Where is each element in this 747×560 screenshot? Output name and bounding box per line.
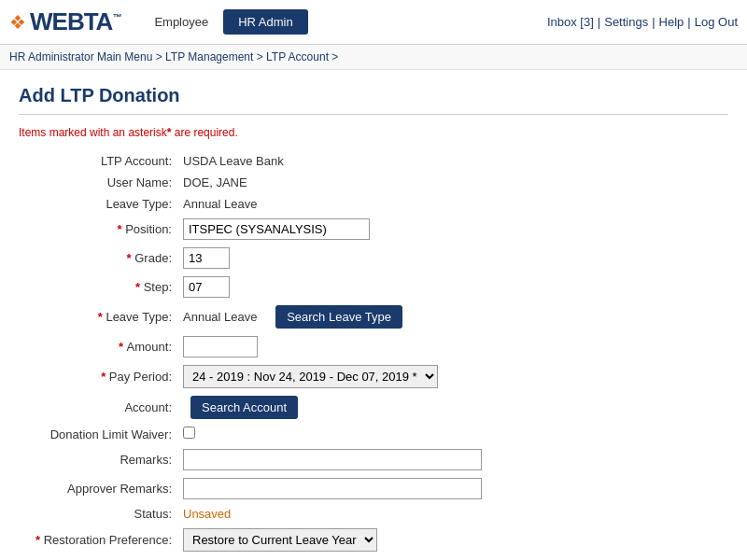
step-required-star: * [135,280,144,294]
approver-remarks-input[interactable] [183,478,482,499]
approver-remarks-value-cell [177,474,728,503]
settings-link[interactable]: Settings [604,15,648,29]
user-name-label: User Name: [19,172,177,193]
donation-limit-value-cell [177,423,728,445]
remarks-value-cell [177,445,728,474]
required-note: Items marked with an asterisk* are requi… [19,126,728,139]
required-note-text2: are required. [171,126,237,139]
status-badge: Unsaved [183,507,231,521]
leave-type-search-cell: Annual Leave Search Leave Type [177,301,728,332]
restoration-required-star: * [35,533,44,547]
ltp-account-value: USDA Leave Bank [177,150,728,172]
approver-remarks-row: Approver Remarks: [19,474,728,503]
page-title: Add LTP Donation [19,85,728,115]
remarks-row: Remarks: [19,445,728,474]
grade-input[interactable] [183,247,230,269]
logo-area: ❖ WEBTA™ [9,7,120,36]
leave-type-static-label: Leave Type: [19,193,177,215]
required-note-text: Items marked with an asterisk [19,126,167,139]
amount-input[interactable] [183,336,258,357]
position-value-cell [177,215,728,244]
restoration-select[interactable]: Restore to Current Leave YearRestore to … [183,528,377,552]
position-input[interactable] [183,218,370,240]
employee-nav-btn[interactable]: Employee [139,9,223,35]
search-leave-type-button[interactable]: Search Leave Type [275,305,402,329]
logo-text: WEBTA™ [30,7,120,36]
pay-period-row: * Pay Period: 24 - 2019 : Nov 24, 2019 -… [19,361,728,392]
leave-type-static-value: Annual Leave [177,193,728,215]
user-name-value: DOE, JANE [177,172,728,193]
hradmin-nav-btn[interactable]: HR Admin [223,9,308,35]
remarks-input[interactable] [183,449,482,470]
grade-value-cell [177,244,728,273]
donation-limit-label: Donation Limit Waiver: [19,423,177,445]
restoration-row: * Restoration Preference: Restore to Cur… [19,525,728,555]
ltp-account-row: LTP Account: USDA Leave Bank [19,150,728,172]
header: ❖ WEBTA™ Employee HR Admin Inbox [3] | S… [0,0,747,45]
account-value-cell: Search Account [177,392,728,423]
help-link[interactable]: Help [659,15,684,29]
ltp-account-label: LTP Account: [19,150,177,172]
account-row: Account: Search Account [19,392,728,423]
search-account-button[interactable]: Search Account [190,396,298,419]
amount-value-cell [177,332,728,361]
restoration-value-cell: Restore to Current Leave YearRestore to … [177,525,728,555]
position-label: * Position: [19,215,177,244]
position-required-star: * [117,222,125,236]
step-input[interactable] [183,276,230,298]
content: Add LTP Donation Items marked with an as… [0,70,747,560]
logo-tm: ™ [112,12,120,22]
status-row: Status: Unsaved [19,503,728,525]
step-label: * Step: [19,273,177,301]
breadcrumb: HR Administrator Main Menu > LTP Managem… [0,45,747,70]
account-label: Account: [19,392,177,423]
step-value-cell [177,273,728,301]
logout-link[interactable]: Log Out [695,15,738,29]
leave-type-search-row: * Leave Type: Annual Leave Search Leave … [19,301,728,332]
pay-period-required-star: * [101,370,109,384]
breadcrumb-ltp-mgmt[interactable]: LTP Management [165,50,253,63]
breadcrumb-main[interactable]: HR Administrator Main Menu [9,50,152,63]
approver-remarks-label: Approver Remarks: [19,474,177,503]
amount-row: * Amount: [19,332,728,361]
donation-limit-row: Donation Limit Waiver: [19,423,728,445]
breadcrumb-sep2: > [257,50,266,63]
status-value-cell: Unsaved [177,503,728,525]
donation-limit-checkbox[interactable] [183,427,195,439]
nav-right: Inbox [3] | Settings | Help | Log Out [543,15,738,29]
leave-type-static-row: Leave Type: Annual Leave [19,193,728,215]
user-name-row: User Name: DOE, JANE [19,172,728,193]
grade-row: * Grade: [19,244,728,273]
inbox-link[interactable]: Inbox [3] [547,15,594,29]
logo-webta: WEBTA [30,7,112,35]
grade-required-star: * [127,251,135,265]
pay-period-label: * Pay Period: [19,361,177,392]
pay-period-select[interactable]: 24 - 2019 : Nov 24, 2019 - Dec 07, 2019 … [183,365,438,388]
nav-separator-1: | [598,15,600,29]
pay-period-value-cell: 24 - 2019 : Nov 24, 2019 - Dec 07, 2019 … [177,361,728,392]
status-label: Status: [19,503,177,525]
restoration-label: * Restoration Preference: [19,525,177,555]
grade-label: * Grade: [19,244,177,273]
amount-label: * Amount: [19,332,177,361]
leave-type-search-label: * Leave Type: [19,301,177,332]
form-table: LTP Account: USDA Leave Bank User Name: … [19,150,728,555]
remarks-label: Remarks: [19,445,177,474]
amount-required-star: * [119,340,127,354]
leave-type2-value: Annual Leave [183,310,258,324]
breadcrumb-ltp-account[interactable]: LTP Account [266,50,329,63]
nav-left: Employee HR Admin [139,9,543,35]
breadcrumb-sep1: > [156,50,165,63]
nav-separator-3: | [687,15,690,29]
breadcrumb-sep3: > [331,50,338,63]
nav-separator-2: | [652,15,655,29]
step-row: * Step: [19,273,728,301]
logo-dots-icon: ❖ [9,11,26,34]
position-row: * Position: [19,215,728,244]
